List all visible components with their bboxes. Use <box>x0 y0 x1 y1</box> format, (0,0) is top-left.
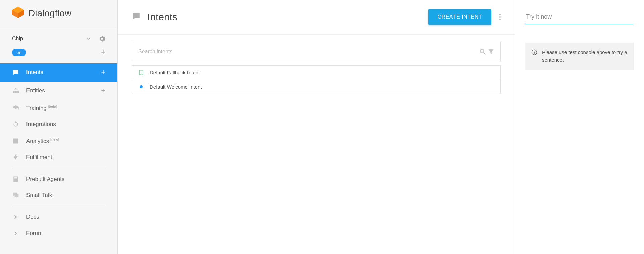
sidebar-item-entities[interactable]: Entities + <box>0 82 117 100</box>
sidebar-item-label: Docs <box>26 214 39 220</box>
sidebar-item-label: Training <box>26 105 47 111</box>
test-console-panel: Please use test console above to try a s… <box>515 0 644 254</box>
sidebar-item-label: Fulfillment <box>26 154 52 161</box>
sidebar-item-label: Entities <box>26 87 45 94</box>
sidebar-item-training[interactable]: Training[beta] <box>0 100 117 116</box>
chevron-down-icon[interactable] <box>87 37 91 41</box>
info-icon <box>531 49 537 64</box>
beta-badge: [beta] <box>48 104 57 108</box>
integrations-icon <box>12 121 19 128</box>
search-intents-box <box>132 42 501 61</box>
agent-name[interactable]: Chip <box>12 36 23 42</box>
dialogflow-logo-icon <box>12 7 24 20</box>
sidebar-item-label: Intents <box>26 69 43 76</box>
intent-row[interactable]: Default Welcome Intent <box>132 80 500 94</box>
intent-row[interactable]: Default Fallback Intent <box>132 66 500 80</box>
svg-point-7 <box>534 51 535 51</box>
dot-icon <box>138 85 144 88</box>
test-console-hint: Please use test console above to try a s… <box>525 43 634 70</box>
search-icon[interactable] <box>479 48 486 55</box>
sidebar-item-label: Forum <box>26 230 43 237</box>
sidebar-item-docs[interactable]: Docs <box>0 209 117 225</box>
sidebar-item-forum[interactable]: Forum <box>0 225 117 241</box>
svg-point-3 <box>480 49 484 53</box>
bookmark-icon <box>138 70 144 75</box>
smalltalk-icon <box>12 192 19 199</box>
chevron-right-icon <box>12 215 19 219</box>
intent-list: Default Fallback Intent Default Welcome … <box>132 65 501 94</box>
sidebar-item-integrations[interactable]: Integrations <box>0 116 117 133</box>
svg-line-4 <box>484 53 486 55</box>
intents-header-icon <box>132 12 141 22</box>
create-intent-button[interactable]: CREATE INTENT <box>428 9 491 25</box>
sidebar-item-prebuilt-agents[interactable]: Prebuilt Agents <box>0 171 117 187</box>
prebuilt-icon <box>12 176 19 183</box>
brand-logo[interactable]: Dialogflow <box>0 0 117 29</box>
chevron-right-icon <box>12 231 19 235</box>
sidebar-item-fulfillment[interactable]: Fulfillment <box>0 149 117 165</box>
sidebar-item-label: Integrations <box>26 121 56 128</box>
try-it-now-input[interactable] <box>525 11 634 24</box>
brand-name: Dialogflow <box>28 8 71 19</box>
page-header: Intents CREATE INTENT <box>118 0 515 35</box>
more-menu-icon[interactable] <box>499 14 501 20</box>
add-intent-button[interactable]: + <box>101 68 105 77</box>
sidebar-item-analytics[interactable]: Analytics[new] <box>0 133 117 149</box>
intent-name: Default Welcome Intent <box>150 84 202 90</box>
sidebar: Dialogflow Chip en + Intents + Entities <box>0 0 118 254</box>
sidebar-item-label: Analytics <box>26 138 49 144</box>
search-intents-input[interactable] <box>138 49 479 55</box>
divider <box>12 206 105 206</box>
hint-text: Please use test console above to try a s… <box>542 49 628 64</box>
new-badge: [new] <box>50 137 59 141</box>
main-content: Intents CREATE INTENT Default Fallback I… <box>118 0 515 254</box>
sidebar-item-label: Prebuilt Agents <box>26 176 64 183</box>
intent-name: Default Fallback Intent <box>150 70 200 75</box>
fulfillment-icon <box>12 154 19 161</box>
entities-icon <box>12 87 19 94</box>
analytics-icon <box>12 138 19 144</box>
intents-icon <box>12 69 19 76</box>
training-icon <box>12 104 19 112</box>
add-language-button[interactable]: + <box>101 48 105 57</box>
sidebar-item-small-talk[interactable]: Small Talk <box>0 187 117 203</box>
divider <box>12 168 105 168</box>
page-title: Intents <box>147 11 428 23</box>
language-badge[interactable]: en <box>12 49 26 56</box>
add-entity-button[interactable]: + <box>101 86 105 95</box>
gear-icon[interactable] <box>99 35 105 42</box>
filter-icon[interactable] <box>488 48 494 55</box>
sidebar-item-intents[interactable]: Intents + <box>0 63 117 82</box>
sidebar-item-label: Small Talk <box>26 192 52 199</box>
